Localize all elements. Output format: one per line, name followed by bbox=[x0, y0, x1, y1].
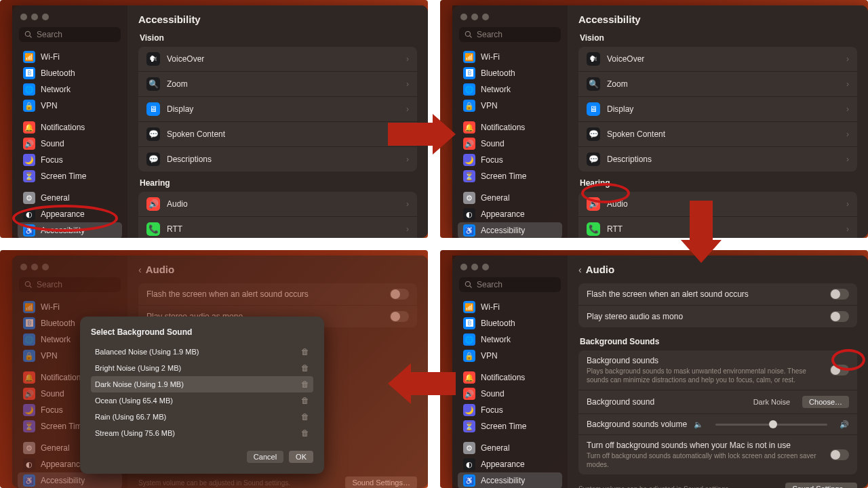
sidebar-item-general[interactable]: ⚙General bbox=[18, 190, 122, 206]
toggle-switch[interactable] bbox=[390, 311, 409, 322]
sidebar-item-notifications[interactable]: 🔔Notifications bbox=[18, 119, 122, 136]
panel-audio-modal: Search 📶Wi-Fi🅱Bluetooth🌐Network🔒VPN🔔Noti… bbox=[0, 250, 428, 488]
sound-settings-button[interactable]: Sound Settings… bbox=[785, 483, 857, 488]
window-controls[interactable] bbox=[456, 11, 564, 27]
sidebar-item-sound[interactable]: 🔊Sound bbox=[458, 136, 562, 152]
row-audio[interactable]: 🔊Audio› bbox=[578, 192, 857, 217]
row-audio[interactable]: 🔊Audio› bbox=[138, 192, 417, 217]
row-turnoff-idle[interactable]: Turn off background sounds when your Mac… bbox=[578, 435, 857, 474]
sidebar-item-screen-time[interactable]: ⏳Screen Time bbox=[18, 168, 122, 184]
sidebar-item-vpn[interactable]: 🔒VPN bbox=[18, 98, 122, 114]
row-play-stereo-audio-as-mono[interactable]: Play stereo audio as mono bbox=[578, 306, 857, 327]
sidebar-item-network[interactable]: 🌐Network bbox=[18, 81, 122, 98]
sidebar-item-screen-time[interactable]: ⏳Screen Time bbox=[458, 418, 562, 434]
sidebar-item-bluetooth[interactable]: 🅱Bluetooth bbox=[458, 315, 562, 331]
sidebar-item-bluetooth[interactable]: 🅱Bluetooth bbox=[18, 65, 122, 81]
row-bg-volume: Background sounds volume 🔈 🔊 bbox=[578, 414, 857, 435]
notifications-icon: 🔔 bbox=[463, 121, 475, 134]
sidebar-item-appearance[interactable]: ◐Appearance bbox=[458, 206, 562, 222]
bg-sounds-toggle[interactable] bbox=[830, 365, 849, 375]
sidebar-item-screen-time[interactable]: ⏳Screen Time bbox=[458, 168, 562, 184]
row-spoken-content[interactable]: 💬Spoken Content› bbox=[138, 122, 417, 147]
sidebar-item-wi-fi[interactable]: 📶Wi-Fi bbox=[18, 49, 122, 65]
row-display[interactable]: 🖥Display› bbox=[138, 97, 417, 122]
sound-option[interactable]: Balanced Noise (Using 1.9 MB)🗑 bbox=[91, 344, 313, 360]
sidebar-item-notifications[interactable]: 🔔Notifications bbox=[458, 119, 562, 136]
toggle-switch[interactable] bbox=[830, 311, 849, 322]
sidebar-item-label: Network bbox=[481, 335, 511, 344]
bg-volume-slider[interactable] bbox=[715, 424, 827, 426]
sidebar-item-accessibility[interactable]: ♿Accessibility bbox=[18, 472, 122, 488]
sidebar-item-focus[interactable]: 🌙Focus bbox=[18, 152, 122, 168]
search-input[interactable]: Search bbox=[19, 27, 121, 42]
sidebar-item-appearance[interactable]: ◐Appearance bbox=[458, 456, 562, 472]
row-bg-sounds-toggle[interactable]: Background sounds Plays background sound… bbox=[578, 350, 857, 390]
sound-option[interactable]: Rain (Using 66.7 MB)🗑 bbox=[91, 409, 313, 425]
sidebar-item-sound[interactable]: 🔊Sound bbox=[458, 386, 562, 402]
sidebar-item-label: Sound bbox=[481, 389, 505, 399]
cancel-button[interactable]: Cancel bbox=[247, 451, 283, 463]
sidebar-item-wi-fi[interactable]: 📶Wi-Fi bbox=[458, 299, 562, 315]
sound-option[interactable]: Dark Noise (Using 1.9 MB)🗑 bbox=[91, 376, 313, 392]
sound-option[interactable]: Bright Noise (Using 2 MB)🗑 bbox=[91, 360, 313, 376]
sidebar-item-sound[interactable]: 🔊Sound bbox=[18, 136, 122, 152]
back-button[interactable]: ‹ bbox=[138, 264, 142, 275]
sound-settings-button[interactable]: Sound Settings… bbox=[345, 476, 417, 488]
search-input[interactable]: Search bbox=[459, 277, 561, 292]
sidebar-item-network[interactable]: 🌐Network bbox=[458, 81, 562, 98]
sidebar-item-general[interactable]: ⚙General bbox=[458, 440, 562, 456]
row-zoom[interactable]: 🔍Zoom› bbox=[578, 72, 857, 97]
sidebar-item-label: General bbox=[41, 443, 70, 453]
row-flash-the-screen-when-an-alert[interactable]: Flash the screen when an alert sound occ… bbox=[138, 283, 417, 306]
row-spoken-content[interactable]: 💬Spoken Content› bbox=[578, 122, 857, 147]
row-rtt[interactable]: 📞RTT› bbox=[578, 217, 857, 238]
row-voiceover[interactable]: 🗣VoiceOver› bbox=[578, 47, 857, 72]
turnoff-toggle[interactable] bbox=[830, 449, 849, 460]
sidebar-item-vpn[interactable]: 🔒VPN bbox=[458, 348, 562, 364]
sidebar-item-appearance[interactable]: ◐Appearance bbox=[18, 206, 122, 222]
window-controls[interactable] bbox=[16, 261, 123, 277]
row-label: Descriptions bbox=[167, 155, 212, 164]
sidebar-item-network[interactable]: 🌐Network bbox=[458, 331, 562, 348]
ok-button[interactable]: OK bbox=[289, 451, 313, 463]
sidebar-item-accessibility[interactable]: ♿Accessibility bbox=[458, 222, 562, 238]
row-flash-the-screen-when-an-alert[interactable]: Flash the screen when an alert sound occ… bbox=[578, 283, 857, 306]
row-descriptions[interactable]: 💬Descriptions› bbox=[138, 147, 417, 171]
trash-icon[interactable]: 🗑 bbox=[301, 380, 309, 389]
appearance-icon: ◐ bbox=[23, 458, 35, 470]
sidebar-item-general[interactable]: ⚙General bbox=[458, 190, 562, 206]
window-controls[interactable] bbox=[456, 261, 564, 277]
trash-icon[interactable]: 🗑 bbox=[301, 396, 309, 405]
back-button[interactable]: ‹ bbox=[578, 264, 582, 275]
search-input[interactable]: Search bbox=[459, 27, 561, 42]
trash-icon[interactable]: 🗑 bbox=[301, 363, 309, 373]
trash-icon[interactable]: 🗑 bbox=[301, 428, 309, 438]
vision-list: 🗣VoiceOver›🔍Zoom›🖥Display›💬Spoken Conten… bbox=[138, 47, 417, 171]
sidebar-item-accessibility[interactable]: ♿Accessibility bbox=[18, 222, 122, 238]
wi-fi-icon: 📶 bbox=[463, 301, 475, 313]
sidebar-item-focus[interactable]: 🌙Focus bbox=[458, 152, 562, 168]
row-voiceover[interactable]: 🗣VoiceOver› bbox=[138, 47, 417, 72]
sidebar-item-label: Appearance bbox=[41, 209, 85, 219]
sidebar-item-bluetooth[interactable]: 🅱Bluetooth bbox=[458, 65, 562, 81]
sidebar-item-notifications[interactable]: 🔔Notifications bbox=[458, 369, 562, 386]
sound-option[interactable]: Ocean (Using 65.4 MB)🗑 bbox=[91, 392, 313, 409]
window-controls[interactable] bbox=[16, 11, 123, 27]
row-descriptions[interactable]: 💬Descriptions› bbox=[578, 147, 857, 171]
trash-icon[interactable]: 🗑 bbox=[301, 347, 309, 357]
row-zoom[interactable]: 🔍Zoom› bbox=[138, 72, 417, 97]
toggle-switch[interactable] bbox=[830, 289, 849, 300]
sidebar-item-label: Accessibility bbox=[41, 476, 85, 485]
toggle-switch[interactable] bbox=[390, 289, 409, 300]
sidebar-item-focus[interactable]: 🌙Focus bbox=[458, 402, 562, 418]
search-input[interactable]: Search bbox=[19, 277, 121, 292]
sidebar-item-vpn[interactable]: 🔒VPN bbox=[458, 98, 562, 114]
row-rtt[interactable]: 📞RTT› bbox=[138, 217, 417, 238]
sidebar-item-wi-fi[interactable]: 📶Wi-Fi bbox=[458, 49, 562, 65]
sound-option[interactable]: Stream (Using 75.6 MB)🗑 bbox=[91, 425, 313, 441]
row-display[interactable]: 🖥Display› bbox=[578, 97, 857, 122]
sidebar-item-accessibility[interactable]: ♿Accessibility bbox=[458, 472, 562, 488]
choose-button[interactable]: Choose… bbox=[802, 396, 849, 408]
sidebar-item-wi-fi[interactable]: 📶Wi-Fi bbox=[18, 299, 122, 315]
trash-icon[interactable]: 🗑 bbox=[301, 412, 309, 422]
